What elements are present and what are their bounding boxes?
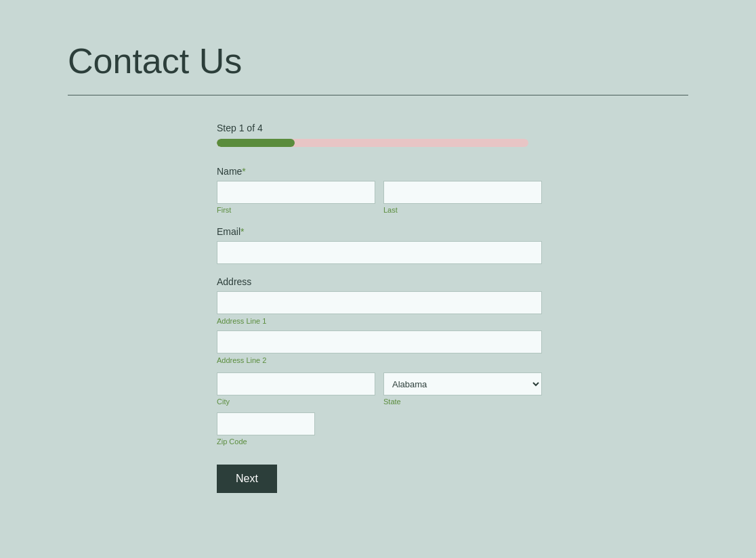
form-wrapper: Step 1 of 4 Name* First Last Email* <box>217 123 542 493</box>
page-divider <box>68 95 688 95</box>
next-button[interactable]: Next <box>217 465 277 493</box>
city-state-row: City Alabama Alaska Arizona Arkansas Cal… <box>217 372 542 406</box>
progress-bar-fill <box>217 139 295 147</box>
city-col: City <box>217 372 375 406</box>
step-label: Step 1 of 4 <box>217 123 542 133</box>
last-name-input[interactable] <box>383 181 542 204</box>
zip-input[interactable] <box>217 412 315 435</box>
address-line2-input[interactable] <box>217 330 542 353</box>
name-field-group: Name* First Last <box>217 166 542 214</box>
zip-col: Zip Code <box>217 412 315 446</box>
first-name-col: First <box>217 181 375 214</box>
first-name-input[interactable] <box>217 181 375 204</box>
last-name-sublabel: Last <box>383 206 542 214</box>
zip-sublabel: Zip Code <box>217 437 315 446</box>
email-label: Email* <box>217 226 542 237</box>
address-line1-sublabel: Address Line 1 <box>217 317 266 325</box>
first-name-sublabel: First <box>217 206 375 214</box>
address-line1-input[interactable] <box>217 291 542 314</box>
address-field-group: Address Address Line 1 Address Line 2 Ci… <box>217 276 542 446</box>
state-select[interactable]: Alabama Alaska Arizona Arkansas Californ… <box>383 372 542 395</box>
name-label: Name* <box>217 166 542 177</box>
name-row: First Last <box>217 181 542 214</box>
state-col: Alabama Alaska Arizona Arkansas Californ… <box>383 372 542 406</box>
page-title: Contact Us <box>68 41 688 81</box>
last-name-col: Last <box>383 181 542 214</box>
page-container: Contact Us Step 1 of 4 Name* First Last <box>0 0 756 534</box>
progress-bar-container <box>217 139 528 147</box>
address-label: Address <box>217 276 542 287</box>
city-sublabel: City <box>217 398 375 406</box>
state-sublabel: State <box>383 398 542 406</box>
email-field-group: Email* <box>217 226 542 264</box>
city-input[interactable] <box>217 372 375 395</box>
email-input[interactable] <box>217 241 542 264</box>
address-line2-sublabel: Address Line 2 <box>217 356 266 364</box>
